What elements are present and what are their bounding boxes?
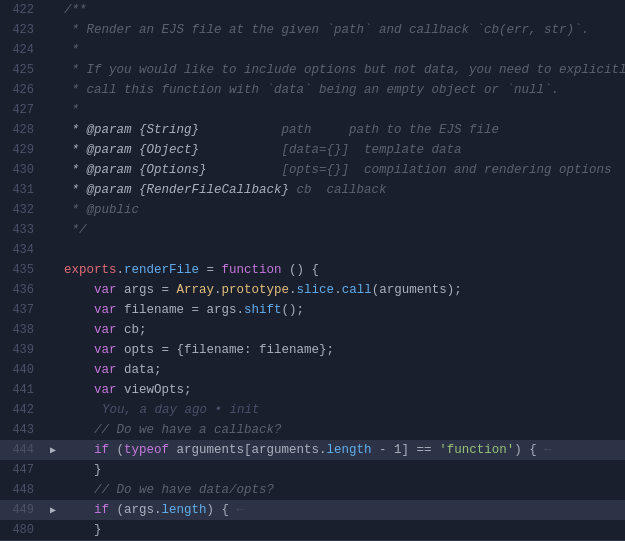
code-line: 429 * @param {Object} [data={}] template… [0, 140, 625, 160]
code-content: var args = Array.prototype.slice.call(ar… [60, 280, 625, 300]
line-number: 433 [4, 220, 46, 240]
line-number: 442 [4, 400, 46, 420]
fold-arrow [46, 0, 60, 20]
code-content: * If you would like to include options b… [60, 60, 625, 80]
code-line: 433 */ [0, 220, 625, 240]
code-content: var opts = {filename: filename}; [60, 340, 625, 360]
fold-arrow [46, 260, 60, 280]
code-content: * @param {Options} [opts={}] compilation… [60, 160, 625, 180]
fold-arrow [46, 220, 60, 240]
line-number: 432 [4, 200, 46, 220]
code-line: 422/** [0, 0, 625, 20]
line-number: 427 [4, 100, 46, 120]
code-line: 423 * Render an EJS file at the given `p… [0, 20, 625, 40]
line-number: 422 [4, 0, 46, 20]
line-number: 439 [4, 340, 46, 360]
fold-arrow [46, 420, 60, 440]
fold-arrow [46, 140, 60, 160]
code-content: */ [60, 220, 625, 240]
code-line: 447 } [0, 460, 625, 480]
code-content [60, 240, 625, 260]
line-number: 434 [4, 240, 46, 260]
code-editor: 422/**423 * Render an EJS file at the gi… [0, 0, 625, 541]
code-line: 439 var opts = {filename: filename}; [0, 340, 625, 360]
line-number: 438 [4, 320, 46, 340]
fold-arrow [46, 400, 60, 420]
code-content: You, a day ago • init [60, 400, 625, 420]
code-content: var viewOpts; [60, 380, 625, 400]
code-content: * @public [60, 200, 625, 220]
line-number: 423 [4, 20, 46, 40]
code-line: 435exports.renderFile = function () { [0, 260, 625, 280]
fold-arrow[interactable]: ▶ [46, 500, 60, 520]
fold-arrow [46, 380, 60, 400]
code-content: /** [60, 0, 625, 20]
fold-arrow [46, 40, 60, 60]
fold-arrow [46, 160, 60, 180]
code-line: 427 * [0, 100, 625, 120]
line-number: 437 [4, 300, 46, 320]
code-line: 442 You, a day ago • init [0, 400, 625, 420]
line-number: 449 [4, 500, 46, 520]
code-content: var cb; [60, 320, 625, 340]
code-content: * [60, 40, 625, 60]
fold-arrow [46, 520, 60, 540]
code-content: * @param {RenderFileCallback} cb callbac… [60, 180, 625, 200]
code-line: 426 * call this function with `data` bei… [0, 80, 625, 100]
code-content: * Render an EJS file at the given `path`… [60, 20, 625, 40]
fold-arrow [46, 180, 60, 200]
line-number: 447 [4, 460, 46, 480]
code-line: 443 // Do we have a callback? [0, 420, 625, 440]
code-line: 428 * @param {String} path path to the E… [0, 120, 625, 140]
code-content: // Do we have data/opts? [60, 480, 625, 500]
line-number: 444 [4, 440, 46, 460]
line-number: 430 [4, 160, 46, 180]
code-line: 437 var filename = args.shift(); [0, 300, 625, 320]
line-number: 424 [4, 40, 46, 60]
fold-arrow [46, 60, 60, 80]
fold-arrow[interactable]: ▶ [46, 440, 60, 460]
code-content: * [60, 100, 625, 120]
code-line: 432 * @public [0, 200, 625, 220]
code-content: if (args.length) { ← [60, 500, 625, 520]
fold-arrow [46, 320, 60, 340]
code-line: 441 var viewOpts; [0, 380, 625, 400]
code-content: * @param {Object} [data={}] template dat… [60, 140, 625, 160]
code-content: var data; [60, 360, 625, 380]
line-number: 425 [4, 60, 46, 80]
line-number: 448 [4, 480, 46, 500]
fold-arrow [46, 20, 60, 40]
fold-arrow [46, 360, 60, 380]
line-number: 480 [4, 520, 46, 540]
git-blame: You, a day ago • init [102, 400, 260, 420]
fold-arrow [46, 460, 60, 480]
code-line: 449▶ if (args.length) { ← [0, 500, 625, 520]
line-number: 426 [4, 80, 46, 100]
code-line: 434 [0, 240, 625, 260]
code-content: var filename = args.shift(); [60, 300, 625, 320]
code-content: // Do we have a callback? [60, 420, 625, 440]
line-number: 440 [4, 360, 46, 380]
line-number: 436 [4, 280, 46, 300]
code-line: 424 * [0, 40, 625, 60]
line-number: 431 [4, 180, 46, 200]
fold-arrow [46, 340, 60, 360]
line-number: 443 [4, 420, 46, 440]
line-number: 429 [4, 140, 46, 160]
code-content: } [60, 520, 625, 540]
line-number: 435 [4, 260, 46, 280]
code-content: * call this function with `data` being a… [60, 80, 625, 100]
code-line: 425 * If you would like to include optio… [0, 60, 625, 80]
code-line: 448 // Do we have data/opts? [0, 480, 625, 500]
code-content: if (typeof arguments[arguments.length - … [60, 440, 625, 460]
code-content: exports.renderFile = function () { [60, 260, 625, 280]
fold-arrow [46, 200, 60, 220]
fold-arrow [46, 80, 60, 100]
fold-arrow [46, 100, 60, 120]
fold-arrow [46, 280, 60, 300]
fold-arrow [46, 300, 60, 320]
code-content: * @param {String} path path to the EJS f… [60, 120, 625, 140]
code-line: 438 var cb; [0, 320, 625, 340]
line-number: 428 [4, 120, 46, 140]
code-line: 440 var data; [0, 360, 625, 380]
